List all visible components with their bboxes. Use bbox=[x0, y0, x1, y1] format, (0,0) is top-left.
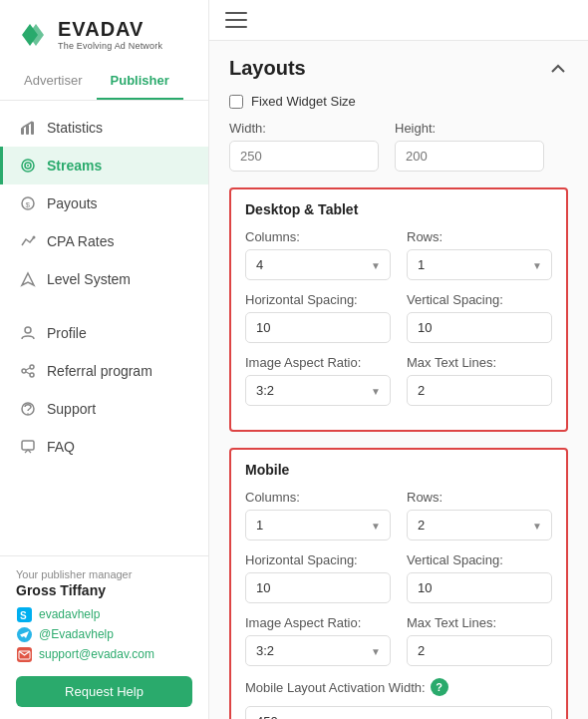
layouts-header: Layouts bbox=[229, 57, 568, 80]
mobile-ratio-select-wrap: 3:21:14:316:9 bbox=[245, 635, 391, 666]
desktop-tablet-title: Desktop & Tablet bbox=[245, 201, 552, 217]
desktop-v-spacing-field: Vertical Spacing: bbox=[407, 292, 552, 343]
cpa-icon bbox=[19, 232, 37, 250]
desktop-spacing-row: Horizontal Spacing: Vertical Spacing: bbox=[245, 292, 552, 343]
desktop-v-spacing-input[interactable] bbox=[407, 312, 552, 343]
desktop-max-lines-value: 2 bbox=[407, 375, 552, 406]
desktop-h-spacing-input[interactable] bbox=[245, 312, 391, 343]
main-content: Layouts Fixed Widget Size Width: Height: bbox=[209, 0, 588, 719]
mobile-v-spacing-field: Vertical Spacing: bbox=[407, 552, 552, 603]
svg-point-13 bbox=[30, 365, 34, 369]
mobile-section: Mobile Columns: 1234 Rows: 21345 bbox=[229, 448, 568, 719]
fixed-widget-label: Fixed Widget Size bbox=[251, 94, 356, 109]
logo-icon bbox=[16, 20, 50, 50]
support-icon bbox=[19, 400, 37, 418]
svg-rect-2 bbox=[21, 128, 24, 135]
logo-tagline: The Evolving Ad Network bbox=[58, 41, 162, 51]
mobile-h-spacing-input[interactable] bbox=[245, 572, 391, 603]
mobile-v-spacing-input[interactable] bbox=[407, 572, 552, 603]
svg-rect-4 bbox=[31, 122, 34, 135]
svg-point-18 bbox=[27, 413, 29, 415]
height-input[interactable] bbox=[395, 141, 544, 172]
desktop-columns-rows-row: Columns: 412356 Rows: 12345 bbox=[245, 229, 552, 280]
tab-publisher[interactable]: Publisher bbox=[97, 63, 183, 100]
sidebar-item-faq[interactable]: FAQ bbox=[0, 428, 208, 466]
mobile-ratio-field: Image Aspect Ratio: 3:21:14:316:9 bbox=[245, 615, 391, 666]
mobile-columns-field: Columns: 1234 bbox=[245, 490, 391, 540]
width-input[interactable] bbox=[229, 141, 379, 172]
fixed-widget-checkbox[interactable] bbox=[229, 95, 243, 109]
nav-list: Statistics Streams $ Payouts bbox=[0, 101, 208, 555]
desktop-ratio-label: Image Aspect Ratio: bbox=[245, 355, 391, 370]
width-field: Width: bbox=[229, 121, 379, 172]
layouts-title: Layouts bbox=[229, 57, 306, 80]
desktop-ratio-lines-row: Image Aspect Ratio: 3:21:14:316:9 Max Te… bbox=[245, 355, 552, 406]
mobile-ratio-select[interactable]: 3:21:14:316:9 bbox=[245, 635, 391, 666]
desktop-ratio-field: Image Aspect Ratio: 3:21:14:316:9 bbox=[245, 355, 391, 406]
svg-point-12 bbox=[22, 369, 26, 373]
payouts-icon: $ bbox=[19, 194, 37, 212]
desktop-h-spacing-label: Horizontal Spacing: bbox=[245, 292, 391, 307]
contact-skype-value: evadavhelp bbox=[39, 607, 100, 621]
activation-width-input[interactable] bbox=[245, 706, 552, 719]
level-icon bbox=[19, 270, 37, 288]
content-area: Layouts Fixed Widget Size Width: Height: bbox=[209, 41, 588, 719]
mobile-title: Mobile bbox=[245, 462, 552, 478]
desktop-ratio-select-wrap: 3:21:14:316:9 bbox=[245, 375, 391, 406]
mobile-columns-label: Columns: bbox=[245, 490, 391, 505]
sidebar-item-support[interactable]: Support bbox=[0, 390, 208, 428]
mobile-spacing-row: Horizontal Spacing: Vertical Spacing: bbox=[245, 552, 552, 603]
sidebar-label-level: Level System bbox=[47, 271, 131, 287]
logo-name: EVADAV bbox=[58, 18, 162, 41]
faq-icon bbox=[19, 438, 37, 456]
contact-email[interactable]: support@evadav.com bbox=[16, 646, 192, 662]
sidebar-label-support: Support bbox=[47, 401, 96, 417]
contact-skype[interactable]: S evadavhelp bbox=[16, 606, 192, 622]
svg-point-14 bbox=[30, 373, 34, 377]
mobile-rows-field: Rows: 21345 bbox=[407, 490, 552, 540]
sidebar-label-profile: Profile bbox=[47, 325, 87, 341]
referral-icon bbox=[19, 362, 37, 380]
desktop-rows-select[interactable]: 12345 bbox=[407, 249, 552, 280]
skype-icon: S bbox=[16, 606, 32, 622]
width-label: Width: bbox=[229, 121, 379, 136]
sidebar-label-faq: FAQ bbox=[47, 439, 75, 455]
email-icon bbox=[16, 646, 32, 662]
sidebar-label-cpa: CPA Rates bbox=[47, 233, 114, 249]
sidebar-label-statistics: Statistics bbox=[47, 120, 103, 136]
hamburger-menu-icon[interactable] bbox=[225, 12, 247, 28]
sidebar-item-level-system[interactable]: Level System bbox=[0, 260, 208, 298]
desktop-columns-field: Columns: 412356 bbox=[245, 229, 391, 280]
sidebar-item-profile[interactable]: Profile bbox=[0, 314, 208, 352]
svg-point-7 bbox=[27, 165, 29, 167]
sidebar-item-referral[interactable]: Referral program bbox=[0, 352, 208, 390]
mobile-rows-select[interactable]: 21345 bbox=[407, 510, 552, 540]
contact-telegram[interactable]: @Evadavhelp bbox=[16, 626, 192, 642]
activation-width-help-icon[interactable]: ? bbox=[431, 678, 448, 696]
svg-text:$: $ bbox=[26, 200, 31, 209]
sidebar-item-payouts[interactable]: $ Payouts bbox=[0, 184, 208, 222]
mobile-columns-select-wrap: 1234 bbox=[245, 510, 391, 540]
sidebar-label-streams: Streams bbox=[47, 158, 102, 174]
height-label: Height: bbox=[395, 121, 544, 136]
sidebar-item-statistics[interactable]: Statistics bbox=[0, 109, 208, 147]
sidebar-label-referral: Referral program bbox=[47, 363, 152, 379]
desktop-columns-select[interactable]: 412356 bbox=[245, 249, 391, 280]
contact-email-value: support@evadav.com bbox=[39, 647, 154, 661]
request-help-button[interactable]: Request Help bbox=[16, 676, 192, 707]
sidebar-item-streams[interactable]: Streams bbox=[0, 147, 208, 184]
desktop-ratio-select[interactable]: 3:21:14:316:9 bbox=[245, 375, 391, 406]
tabs-row: Advertiser Publisher bbox=[0, 63, 208, 101]
manager-label: Your publisher manager bbox=[16, 568, 192, 580]
layouts-collapse-button[interactable] bbox=[548, 59, 568, 79]
desktop-max-lines-label: Max Text Lines: bbox=[407, 355, 552, 370]
activation-width-field: Mobile Layout Activation Width: ? bbox=[245, 678, 552, 719]
streams-icon bbox=[19, 157, 37, 175]
sidebar-item-cpa-rates[interactable]: CPA Rates bbox=[0, 222, 208, 260]
telegram-icon bbox=[16, 626, 32, 642]
mobile-columns-select[interactable]: 1234 bbox=[245, 510, 391, 540]
tab-advertiser[interactable]: Advertiser bbox=[10, 63, 97, 100]
mobile-h-spacing-field: Horizontal Spacing: bbox=[245, 552, 391, 603]
activation-width-label: Mobile Layout Activation Width: bbox=[245, 680, 426, 695]
svg-line-16 bbox=[26, 372, 30, 374]
